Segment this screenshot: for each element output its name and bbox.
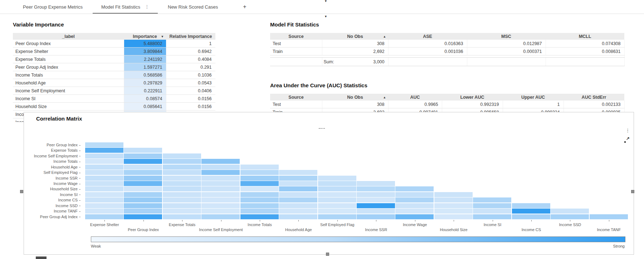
correlation-cell[interactable] bbox=[124, 176, 162, 181]
correlation-cell[interactable] bbox=[395, 186, 434, 191]
correlation-cell[interactable] bbox=[318, 176, 356, 181]
column-header-source[interactable]: Source bbox=[270, 94, 322, 101]
table-row[interactable]: Train2,6920.0010360.0003710.008631 bbox=[270, 48, 624, 55]
correlation-cell[interactable] bbox=[395, 214, 434, 219]
correlation-cell[interactable] bbox=[163, 186, 201, 191]
table-row[interactable]: Peer Group Adj Index1.5972710.291 bbox=[13, 63, 215, 71]
correlation-cell[interactable] bbox=[318, 203, 356, 208]
caret-down-icon[interactable]: ▾ bbox=[325, 15, 327, 18]
correlation-cell[interactable] bbox=[201, 214, 240, 219]
column-header-auc-stderr[interactable]: AUC StdErr bbox=[564, 94, 624, 101]
column-header-no-obs[interactable]: No Obs▴ bbox=[322, 94, 388, 101]
correlation-cell[interactable] bbox=[512, 209, 550, 214]
drag-handle-icon[interactable] bbox=[319, 128, 325, 129]
correlation-cell[interactable] bbox=[85, 148, 123, 153]
correlation-cell[interactable] bbox=[201, 176, 240, 181]
kebab-vertical-icon[interactable]: ⋮ bbox=[625, 128, 630, 133]
correlation-cell[interactable] bbox=[163, 214, 201, 219]
correlation-cell[interactable] bbox=[240, 165, 279, 170]
correlation-cell[interactable] bbox=[473, 203, 511, 208]
correlation-cell[interactable] bbox=[279, 197, 317, 202]
caret-down-icon[interactable]: ▾ bbox=[325, 0, 327, 3]
correlation-cell[interactable] bbox=[318, 209, 356, 214]
correlation-cell[interactable] bbox=[512, 214, 550, 219]
correlation-cell[interactable] bbox=[279, 192, 317, 197]
correlation-cell[interactable] bbox=[124, 192, 162, 197]
correlation-cell[interactable] bbox=[85, 203, 123, 208]
correlation-cell[interactable] bbox=[318, 186, 356, 191]
column-header-no-obs[interactable]: No Obs▴ bbox=[322, 33, 388, 40]
table-row[interactable]: Income Self Employment0.2229110.0406 bbox=[13, 87, 215, 95]
correlation-cell[interactable] bbox=[357, 197, 395, 202]
correlation-cell[interactable] bbox=[163, 176, 201, 181]
table-row[interactable]: Expense Totals2.2411920.4084 bbox=[13, 55, 215, 63]
correlation-cell[interactable] bbox=[85, 165, 123, 170]
correlation-cell[interactable] bbox=[551, 209, 589, 214]
correlation-matrix-panel[interactable]: Correlation Matrix ⋮ ↗ Peer Group IndexE… bbox=[24, 112, 634, 255]
correlation-cell[interactable] bbox=[201, 181, 240, 186]
table-row[interactable]: Test3080.0163630.0129870.074308 bbox=[270, 40, 624, 48]
tab-model-fit-statistics[interactable]: Model Fit Statistics⋮ bbox=[92, 0, 158, 14]
correlation-cell[interactable] bbox=[124, 170, 162, 175]
correlation-cell[interactable] bbox=[163, 165, 201, 170]
correlation-cell[interactable] bbox=[85, 142, 123, 147]
correlation-cell[interactable] bbox=[318, 214, 356, 219]
resize-handle-left[interactable] bbox=[20, 190, 23, 193]
correlation-cell[interactable] bbox=[395, 209, 434, 214]
correlation-cell[interactable] bbox=[85, 192, 123, 197]
correlation-cell[interactable] bbox=[124, 197, 162, 202]
correlation-cell[interactable] bbox=[395, 197, 434, 202]
correlation-cell[interactable] bbox=[318, 197, 356, 202]
correlation-cell[interactable] bbox=[124, 159, 162, 164]
column-header-source[interactable]: Source bbox=[270, 33, 322, 40]
correlation-cell[interactable] bbox=[240, 197, 279, 202]
correlation-cell[interactable] bbox=[434, 209, 473, 214]
column-header--label[interactable]: _label bbox=[13, 33, 124, 40]
correlation-cell[interactable] bbox=[357, 214, 395, 219]
correlation-cell[interactable] bbox=[279, 176, 317, 181]
correlation-cell[interactable] bbox=[85, 197, 123, 202]
resize-handle-right[interactable] bbox=[631, 190, 634, 193]
correlation-cell[interactable] bbox=[434, 197, 473, 202]
correlation-cell[interactable] bbox=[357, 209, 395, 214]
correlation-cell[interactable] bbox=[473, 214, 511, 219]
table-row[interactable]: Expense Shelter3.8098440.6942 bbox=[13, 48, 215, 55]
correlation-cell[interactable] bbox=[240, 203, 279, 208]
correlation-cell[interactable] bbox=[163, 181, 201, 186]
correlation-cell[interactable] bbox=[279, 209, 317, 214]
correlation-cell[interactable] bbox=[279, 170, 317, 175]
column-header-upper-auc[interactable]: Upper AUC bbox=[503, 94, 564, 101]
correlation-cell[interactable] bbox=[124, 148, 162, 153]
column-header-mcll[interactable]: MCLL bbox=[546, 33, 624, 40]
column-header-lower-auc[interactable]: Lower AUC bbox=[442, 94, 503, 101]
correlation-cell[interactable] bbox=[85, 209, 123, 214]
correlation-cell[interactable] bbox=[85, 170, 123, 175]
correlation-cell[interactable] bbox=[163, 153, 201, 158]
correlation-cell[interactable] bbox=[434, 192, 473, 197]
correlation-cell[interactable] bbox=[124, 153, 162, 158]
correlation-cell[interactable] bbox=[357, 203, 395, 208]
correlation-cell[interactable] bbox=[279, 181, 317, 186]
correlation-cell[interactable] bbox=[201, 203, 240, 208]
correlation-cell[interactable] bbox=[279, 186, 317, 191]
table-row[interactable]: Household Size0.0856410.0156 bbox=[13, 103, 215, 111]
correlation-cell[interactable] bbox=[318, 192, 356, 197]
add-tab-button[interactable]: + bbox=[234, 0, 255, 14]
correlation-cell[interactable] bbox=[279, 203, 317, 208]
correlation-cell[interactable] bbox=[201, 159, 240, 164]
correlation-cell[interactable] bbox=[240, 214, 279, 219]
kebab-vertical-icon[interactable]: ⋮ bbox=[145, 4, 149, 9]
correlation-cell[interactable] bbox=[201, 165, 240, 170]
correlation-cell[interactable] bbox=[163, 170, 201, 175]
correlation-cell[interactable] bbox=[201, 170, 240, 175]
column-header-auc[interactable]: AUC bbox=[388, 94, 442, 101]
correlation-cell[interactable] bbox=[357, 181, 395, 186]
correlation-cell[interactable] bbox=[512, 203, 550, 208]
correlation-cell[interactable] bbox=[551, 214, 589, 219]
correlation-cell[interactable] bbox=[124, 214, 162, 219]
table-row[interactable]: Income Totals0.5685860.1036 bbox=[13, 71, 215, 79]
column-header-ase[interactable]: ASE bbox=[388, 33, 467, 40]
expand-diagonal-icon[interactable]: ↗ bbox=[624, 137, 630, 143]
correlation-cell[interactable] bbox=[124, 186, 162, 191]
correlation-cell[interactable] bbox=[473, 209, 511, 214]
